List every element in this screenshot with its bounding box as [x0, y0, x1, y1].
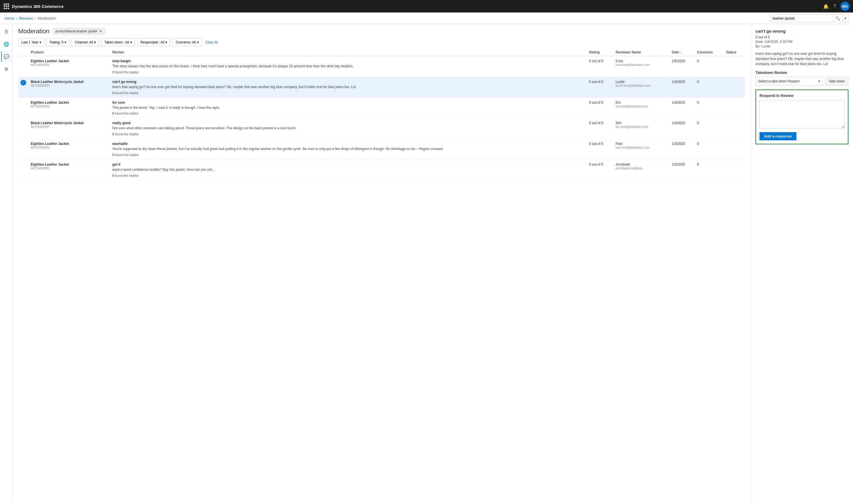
sidebar-reviews-icon[interactable]: 💬 [1, 51, 11, 62]
table-row[interactable]: Black Leather Motorcycle Jacket 68719492… [18, 118, 745, 139]
filter-time[interactable]: Last 1 Year ▾ [18, 38, 45, 46]
row-review-cell: total bargin This store always has the b… [110, 56, 587, 77]
row-rating-cell: 5 out of 5 [587, 56, 614, 77]
filter-concerns-label: Concerns: All [176, 40, 196, 44]
col-rating: Rating [587, 49, 614, 56]
row-date-cell: 1/3/2020 [669, 159, 695, 180]
filter-rating-chevron: ▾ [65, 40, 66, 44]
table-row[interactable]: Eighties Leather Jacket 68719492901 for … [18, 97, 745, 118]
clear-all-button[interactable]: Clear All [205, 40, 218, 44]
filter-tag-text: productName:leather jacket [55, 29, 97, 33]
reviewer-email: cora.test@fabrikam.com [615, 63, 667, 67]
row-date-cell: 1/4/2020 [669, 118, 695, 139]
takedown-button[interactable]: Take down [825, 77, 849, 86]
sidebar-globe-icon[interactable]: 🌐 [1, 39, 11, 49]
table-row[interactable]: Eighties Leather Jacket 68719492901 tota… [18, 56, 745, 77]
page-title: Moderation [18, 28, 50, 35]
filter-responded-label: Responded : All [140, 40, 164, 44]
avatar[interactable]: MG [840, 2, 850, 11]
respond-section: Respond to Review Add a response [755, 90, 849, 144]
reviewer-name: Em [615, 101, 667, 105]
row-concerns-cell: 0 [695, 56, 724, 77]
helpful-count: 5 found this helpful [112, 153, 585, 157]
filter-rating[interactable]: Rating: 5 ▾ [47, 38, 69, 46]
row-concerns-cell: 0 [695, 139, 724, 160]
sidebar-menu-icon[interactable]: ☰ [1, 26, 11, 37]
table-row[interactable]: Eighties Leather Jacket 68719492901 wash… [18, 139, 745, 160]
filter-tag-close-icon[interactable]: ✕ [99, 29, 102, 34]
respond-textarea[interactable] [760, 100, 845, 128]
sub-bar: Home › Reviews › Moderation 🔍 ▾ [0, 13, 853, 24]
search-button[interactable]: 🔍 [833, 15, 842, 22]
helpful-count: 3 found this helpful [112, 70, 585, 74]
sidebar-settings-icon[interactable]: ⚙ [1, 64, 11, 74]
takedown-select-chevron: ▾ [818, 79, 820, 83]
table-row[interactable]: ✓ Black Leather Motorcycle Jacket 687194… [18, 77, 745, 97]
row-product-cell: Black Leather Motorcycle Jacket 68719492… [29, 118, 110, 139]
row-review-cell: really good Not sure what other reviewer… [110, 118, 587, 139]
respond-section-title: Respond to Review [760, 93, 845, 98]
breadcrumb-moderation: Moderation [38, 16, 56, 20]
grid-icon[interactable] [3, 3, 9, 9]
row-reviewer-cell: Lucile lucile.test@fabrikam.com [613, 77, 669, 97]
helpful-count: 5 found this helpful [112, 91, 585, 95]
add-response-button[interactable]: Add a response [760, 132, 797, 140]
filter-takendown[interactable]: Taken down : All ▾ [101, 38, 135, 46]
product-name: Eighties Leather Jacket [31, 142, 108, 146]
takedown-row: Select a take down Reason ▾ Take down [755, 77, 849, 86]
review-title: total bargin [112, 59, 585, 63]
col-status: Status [724, 49, 745, 56]
filter-takendown-chevron: ▾ [130, 40, 132, 44]
row-review-cell: get it want a quick confidence builder? … [110, 159, 587, 180]
row-status-cell [724, 139, 745, 160]
product-id: 68719492901 [31, 166, 108, 170]
row-reviewer-cell: Pam pam.test@fabrikam.com [613, 139, 669, 160]
col-product: Product [29, 49, 110, 56]
row-product-cell: Eighties Leather Jacket 68719492901 [29, 139, 110, 160]
review-title: can't go wrong [112, 80, 585, 84]
filter-responded-chevron: ▾ [166, 40, 167, 44]
row-date-cell: 1/4/2020 [669, 77, 695, 97]
search-dropdown-button[interactable]: ▾ [842, 15, 848, 22]
row-date-cell: 1/3/2020 [669, 139, 695, 160]
breadcrumb: Home › Reviews › Moderation [4, 16, 56, 20]
breadcrumb-reviews[interactable]: Reviews [19, 16, 33, 20]
search-input[interactable] [770, 15, 833, 22]
product-name: Eighties Leather Jacket [31, 59, 108, 63]
row-status-cell [724, 97, 745, 118]
takedown-select-placeholder: Select a take down Reason [758, 79, 800, 83]
panel-rating: 5 out of 5 [755, 35, 849, 39]
filter-takendown-label: Taken down : All [104, 40, 129, 44]
review-title: for sure [112, 101, 585, 105]
filter-responded[interactable]: Responded : All ▾ [137, 38, 170, 46]
panel-review-title: can't go wrong [755, 29, 849, 34]
table-row[interactable]: Eighties Leather Jacket 68719492901 get … [18, 159, 745, 180]
col-check [18, 49, 29, 56]
row-product-cell: Eighties Leather Jacket 68719492901 [29, 159, 110, 180]
reviewer-email: em.test@fabrikam.com [615, 105, 667, 108]
filter-time-chevron: ▾ [39, 40, 41, 44]
col-reviewer: Reviewer Name [613, 49, 669, 56]
col-date[interactable]: Date ↓ [669, 49, 695, 56]
row-status-cell [724, 118, 745, 139]
filter-channel[interactable]: Channel: All ▾ [72, 38, 99, 46]
notification-icon[interactable]: 🔔 [823, 4, 829, 9]
reviewer-name: Archibald [615, 162, 667, 166]
row-product-cell: Black Leather Motorcycle Jacket 68719492… [29, 77, 110, 97]
breadcrumb-home[interactable]: Home [4, 16, 15, 20]
row-check-cell [18, 139, 29, 160]
help-icon[interactable]: ? [833, 4, 836, 9]
top-bar-actions: 🔔 ? MG [823, 2, 850, 11]
filter-time-label: Last 1 Year [21, 40, 38, 44]
row-product-cell: Eighties Leather Jacket 68719492901 [29, 56, 110, 77]
reviewer-name: Lucile [615, 80, 667, 84]
review-body: This jacket is the bomb. Yep, I said it.… [112, 105, 585, 110]
takedown-section-title: Takedown Review [755, 70, 849, 75]
filter-concerns[interactable]: Concerns: All ▾ [173, 38, 202, 46]
sidebar: ☰ 🌐 💬 ⚙ [0, 24, 13, 503]
row-rating-cell: 5 out of 5 [587, 159, 614, 180]
reviewer-name: Cora [615, 59, 667, 63]
takedown-select[interactable]: Select a take down Reason ▾ [755, 77, 822, 86]
row-date-cell: 1/4/2020 [669, 97, 695, 118]
row-concerns-cell: 0 [695, 118, 724, 139]
